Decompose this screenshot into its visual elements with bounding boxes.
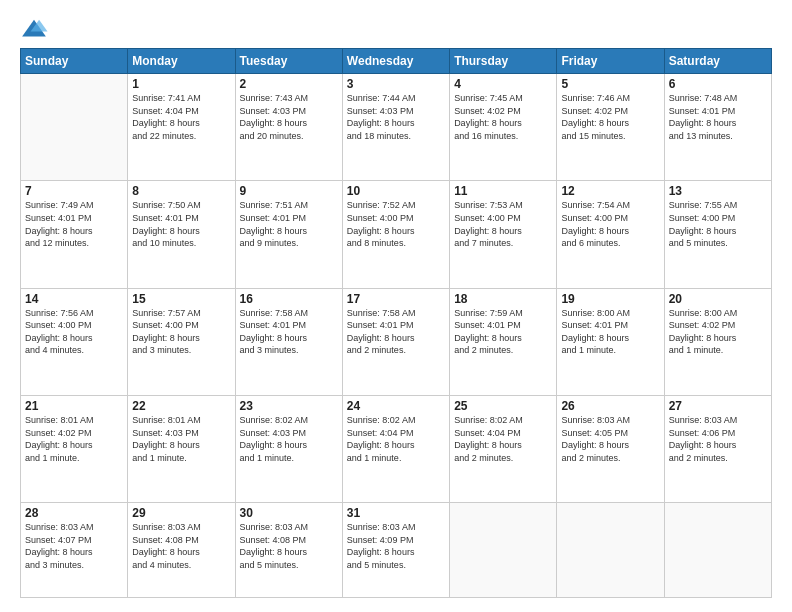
day-number: 21 xyxy=(25,399,123,413)
day-info: Sunrise: 8:03 AM Sunset: 4:06 PM Dayligh… xyxy=(669,414,767,464)
calendar-cell: 8Sunrise: 7:50 AM Sunset: 4:01 PM Daylig… xyxy=(128,181,235,288)
calendar-cell: 18Sunrise: 7:59 AM Sunset: 4:01 PM Dayli… xyxy=(450,288,557,395)
day-info: Sunrise: 8:01 AM Sunset: 4:02 PM Dayligh… xyxy=(25,414,123,464)
calendar-cell xyxy=(450,503,557,598)
calendar-cell: 17Sunrise: 7:58 AM Sunset: 4:01 PM Dayli… xyxy=(342,288,449,395)
calendar-cell: 23Sunrise: 8:02 AM Sunset: 4:03 PM Dayli… xyxy=(235,395,342,502)
weekday-header-thursday: Thursday xyxy=(450,49,557,74)
calendar-cell: 10Sunrise: 7:52 AM Sunset: 4:00 PM Dayli… xyxy=(342,181,449,288)
day-info: Sunrise: 7:54 AM Sunset: 4:00 PM Dayligh… xyxy=(561,199,659,249)
day-info: Sunrise: 7:49 AM Sunset: 4:01 PM Dayligh… xyxy=(25,199,123,249)
logo-icon xyxy=(20,18,48,40)
weekday-header-tuesday: Tuesday xyxy=(235,49,342,74)
day-info: Sunrise: 7:41 AM Sunset: 4:04 PM Dayligh… xyxy=(132,92,230,142)
logo xyxy=(20,18,52,40)
day-info: Sunrise: 7:48 AM Sunset: 4:01 PM Dayligh… xyxy=(669,92,767,142)
day-info: Sunrise: 7:46 AM Sunset: 4:02 PM Dayligh… xyxy=(561,92,659,142)
day-number: 28 xyxy=(25,506,123,520)
calendar-cell xyxy=(21,74,128,181)
calendar-cell xyxy=(557,503,664,598)
weekday-header-saturday: Saturday xyxy=(664,49,771,74)
weekday-header-friday: Friday xyxy=(557,49,664,74)
calendar-table: SundayMondayTuesdayWednesdayThursdayFrid… xyxy=(20,48,772,598)
day-info: Sunrise: 7:59 AM Sunset: 4:01 PM Dayligh… xyxy=(454,307,552,357)
day-info: Sunrise: 8:02 AM Sunset: 4:04 PM Dayligh… xyxy=(454,414,552,464)
calendar-cell: 4Sunrise: 7:45 AM Sunset: 4:02 PM Daylig… xyxy=(450,74,557,181)
day-info: Sunrise: 7:44 AM Sunset: 4:03 PM Dayligh… xyxy=(347,92,445,142)
calendar-cell: 13Sunrise: 7:55 AM Sunset: 4:00 PM Dayli… xyxy=(664,181,771,288)
calendar-cell xyxy=(664,503,771,598)
day-info: Sunrise: 7:45 AM Sunset: 4:02 PM Dayligh… xyxy=(454,92,552,142)
calendar-cell: 11Sunrise: 7:53 AM Sunset: 4:00 PM Dayli… xyxy=(450,181,557,288)
weekday-header-monday: Monday xyxy=(128,49,235,74)
day-info: Sunrise: 8:03 AM Sunset: 4:08 PM Dayligh… xyxy=(240,521,338,571)
calendar-cell: 22Sunrise: 8:01 AM Sunset: 4:03 PM Dayli… xyxy=(128,395,235,502)
day-number: 1 xyxy=(132,77,230,91)
calendar-cell: 20Sunrise: 8:00 AM Sunset: 4:02 PM Dayli… xyxy=(664,288,771,395)
day-number: 25 xyxy=(454,399,552,413)
day-number: 3 xyxy=(347,77,445,91)
weekday-header-row: SundayMondayTuesdayWednesdayThursdayFrid… xyxy=(21,49,772,74)
day-number: 10 xyxy=(347,184,445,198)
day-number: 15 xyxy=(132,292,230,306)
day-info: Sunrise: 8:03 AM Sunset: 4:07 PM Dayligh… xyxy=(25,521,123,571)
calendar-cell: 21Sunrise: 8:01 AM Sunset: 4:02 PM Dayli… xyxy=(21,395,128,502)
weekday-header-wednesday: Wednesday xyxy=(342,49,449,74)
day-number: 6 xyxy=(669,77,767,91)
calendar-cell: 30Sunrise: 8:03 AM Sunset: 4:08 PM Dayli… xyxy=(235,503,342,598)
day-info: Sunrise: 8:02 AM Sunset: 4:03 PM Dayligh… xyxy=(240,414,338,464)
day-number: 11 xyxy=(454,184,552,198)
calendar-cell: 28Sunrise: 8:03 AM Sunset: 4:07 PM Dayli… xyxy=(21,503,128,598)
calendar-cell: 25Sunrise: 8:02 AM Sunset: 4:04 PM Dayli… xyxy=(450,395,557,502)
day-number: 18 xyxy=(454,292,552,306)
calendar-cell: 7Sunrise: 7:49 AM Sunset: 4:01 PM Daylig… xyxy=(21,181,128,288)
calendar-cell: 26Sunrise: 8:03 AM Sunset: 4:05 PM Dayli… xyxy=(557,395,664,502)
day-info: Sunrise: 7:52 AM Sunset: 4:00 PM Dayligh… xyxy=(347,199,445,249)
day-number: 27 xyxy=(669,399,767,413)
calendar-week-row: 1Sunrise: 7:41 AM Sunset: 4:04 PM Daylig… xyxy=(21,74,772,181)
day-info: Sunrise: 7:51 AM Sunset: 4:01 PM Dayligh… xyxy=(240,199,338,249)
calendar-cell: 27Sunrise: 8:03 AM Sunset: 4:06 PM Dayli… xyxy=(664,395,771,502)
day-number: 24 xyxy=(347,399,445,413)
day-info: Sunrise: 8:03 AM Sunset: 4:05 PM Dayligh… xyxy=(561,414,659,464)
day-info: Sunrise: 7:58 AM Sunset: 4:01 PM Dayligh… xyxy=(347,307,445,357)
day-number: 26 xyxy=(561,399,659,413)
day-info: Sunrise: 8:00 AM Sunset: 4:01 PM Dayligh… xyxy=(561,307,659,357)
day-number: 30 xyxy=(240,506,338,520)
day-number: 19 xyxy=(561,292,659,306)
day-number: 29 xyxy=(132,506,230,520)
day-info: Sunrise: 8:00 AM Sunset: 4:02 PM Dayligh… xyxy=(669,307,767,357)
calendar-cell: 5Sunrise: 7:46 AM Sunset: 4:02 PM Daylig… xyxy=(557,74,664,181)
day-info: Sunrise: 7:43 AM Sunset: 4:03 PM Dayligh… xyxy=(240,92,338,142)
day-number: 5 xyxy=(561,77,659,91)
calendar-cell: 19Sunrise: 8:00 AM Sunset: 4:01 PM Dayli… xyxy=(557,288,664,395)
day-number: 9 xyxy=(240,184,338,198)
calendar-cell: 15Sunrise: 7:57 AM Sunset: 4:00 PM Dayli… xyxy=(128,288,235,395)
day-info: Sunrise: 7:56 AM Sunset: 4:00 PM Dayligh… xyxy=(25,307,123,357)
calendar-cell: 29Sunrise: 8:03 AM Sunset: 4:08 PM Dayli… xyxy=(128,503,235,598)
day-info: Sunrise: 8:02 AM Sunset: 4:04 PM Dayligh… xyxy=(347,414,445,464)
day-number: 8 xyxy=(132,184,230,198)
day-number: 12 xyxy=(561,184,659,198)
calendar-week-row: 28Sunrise: 8:03 AM Sunset: 4:07 PM Dayli… xyxy=(21,503,772,598)
calendar-cell: 2Sunrise: 7:43 AM Sunset: 4:03 PM Daylig… xyxy=(235,74,342,181)
calendar-cell: 3Sunrise: 7:44 AM Sunset: 4:03 PM Daylig… xyxy=(342,74,449,181)
day-info: Sunrise: 7:58 AM Sunset: 4:01 PM Dayligh… xyxy=(240,307,338,357)
day-info: Sunrise: 7:55 AM Sunset: 4:00 PM Dayligh… xyxy=(669,199,767,249)
calendar-cell: 24Sunrise: 8:02 AM Sunset: 4:04 PM Dayli… xyxy=(342,395,449,502)
day-number: 14 xyxy=(25,292,123,306)
calendar-cell: 31Sunrise: 8:03 AM Sunset: 4:09 PM Dayli… xyxy=(342,503,449,598)
day-info: Sunrise: 8:03 AM Sunset: 4:09 PM Dayligh… xyxy=(347,521,445,571)
day-info: Sunrise: 8:03 AM Sunset: 4:08 PM Dayligh… xyxy=(132,521,230,571)
day-number: 2 xyxy=(240,77,338,91)
day-info: Sunrise: 8:01 AM Sunset: 4:03 PM Dayligh… xyxy=(132,414,230,464)
day-number: 17 xyxy=(347,292,445,306)
calendar-cell: 14Sunrise: 7:56 AM Sunset: 4:00 PM Dayli… xyxy=(21,288,128,395)
calendar-cell: 6Sunrise: 7:48 AM Sunset: 4:01 PM Daylig… xyxy=(664,74,771,181)
calendar-cell: 16Sunrise: 7:58 AM Sunset: 4:01 PM Dayli… xyxy=(235,288,342,395)
day-number: 7 xyxy=(25,184,123,198)
day-info: Sunrise: 7:57 AM Sunset: 4:00 PM Dayligh… xyxy=(132,307,230,357)
calendar-cell: 12Sunrise: 7:54 AM Sunset: 4:00 PM Dayli… xyxy=(557,181,664,288)
day-number: 23 xyxy=(240,399,338,413)
day-info: Sunrise: 7:53 AM Sunset: 4:00 PM Dayligh… xyxy=(454,199,552,249)
